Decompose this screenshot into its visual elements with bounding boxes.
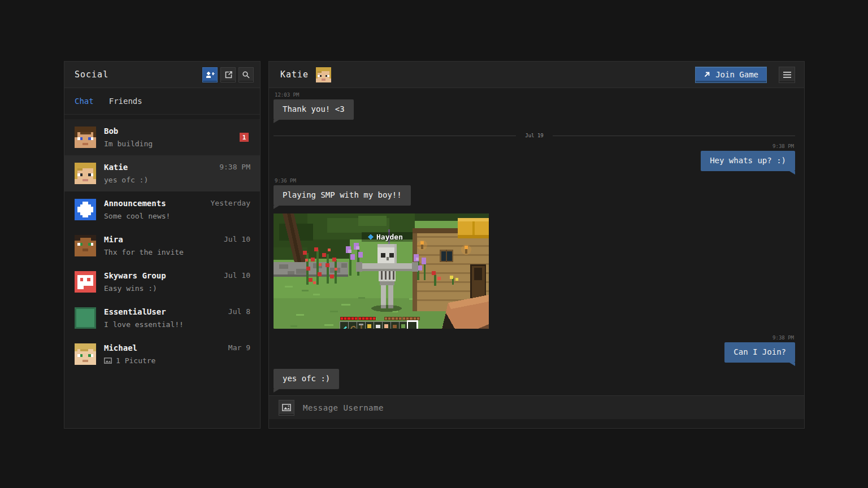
conversation-time: Jul 8 — [228, 307, 250, 316]
message-input[interactable] — [303, 403, 795, 412]
search-icon — [242, 71, 250, 79]
unread-badge: 1 — [240, 133, 249, 142]
conversation-time: Jul 10 — [224, 271, 250, 280]
create-group-icon — [224, 70, 233, 79]
date-divider-label: Jul 19 — [525, 133, 544, 138]
image-icon — [282, 404, 291, 411]
conversation-time: Jul 10 — [224, 235, 250, 243]
conversation-preview: Some cool news! — [104, 212, 251, 220]
conversation-time: 9:38 PM — [219, 163, 250, 171]
message-input-bar — [269, 395, 804, 419]
tab-chat[interactable]: Chat — [75, 97, 94, 106]
skywars-group-icon — [75, 271, 96, 293]
nametag-text: Hayden — [376, 233, 403, 241]
hotbar — [340, 321, 418, 329]
search-button[interactable] — [238, 67, 254, 82]
conversation-row-michael[interactable]: Michael 1 Picutre Mar 9 — [64, 336, 260, 372]
add-friend-icon — [205, 71, 215, 79]
conversation-preview: yes ofc :) — [104, 176, 251, 184]
avatar-michael — [75, 343, 96, 365]
join-game-arrow-icon — [704, 71, 710, 78]
message-timestamp: 9:38 PM — [772, 335, 794, 341]
hamburger-menu-icon — [783, 72, 791, 78]
chat-avatar-katie — [316, 67, 331, 82]
conversation-list[interactable]: Bob Im building 1 Katie yes ofc :) 9:38 … — [64, 115, 260, 428]
chat-title: Katie — [280, 69, 309, 80]
create-group-button[interactable] — [220, 67, 236, 82]
add-friend-button[interactable] — [202, 67, 218, 82]
message-bubble-sent: Hey whats up? :) — [701, 151, 795, 171]
chat-panel: Katie Join Game — [268, 61, 805, 429]
conversation-row-skywars-group[interactable]: Skywars Group Easy wins :) Jul 10 — [64, 264, 260, 300]
avatar-essentialuser — [75, 307, 96, 329]
minecraft-screenshot: Hayden — [274, 213, 489, 329]
social-panel: Social — [64, 61, 261, 429]
panel-title: Social — [75, 69, 199, 80]
chat-bottom-padding — [269, 419, 804, 428]
date-divider: Jul 19 — [274, 133, 795, 138]
conversation-time: Yesterday — [211, 199, 250, 207]
join-game-label: Join Game — [715, 70, 758, 79]
conversation-row-mira[interactable]: Mira Thx for the invite Jul 10 — [64, 228, 260, 264]
message-history[interactable]: 12:03 PM Thank you! <3 Jul 19 9:38 PM He… — [269, 88, 804, 395]
conversation-row-essentialuser[interactable]: EssentialUser I love essential!! Jul 8 — [64, 300, 260, 336]
message-bubble-received: yes ofc :) — [274, 369, 339, 389]
message-timestamp: 12:03 PM — [275, 92, 795, 98]
conversation-preview: I love essential!! — [104, 320, 251, 329]
conversation-row-katie[interactable]: Katie yes ofc :) 9:38 PM — [64, 155, 260, 191]
message-timestamp: 9:36 PM — [275, 178, 795, 184]
avatar-bob — [75, 127, 96, 148]
chat-header: Katie Join Game — [269, 62, 804, 88]
conversation-name: Bob — [104, 127, 251, 136]
conversation-row-bob[interactable]: Bob Im building 1 — [64, 119, 260, 155]
tab-friends[interactable]: Friends — [109, 97, 142, 106]
picture-icon — [104, 358, 112, 364]
conversation-preview: Easy wins :) — [104, 284, 251, 293]
conversation-row-announcements[interactable]: Announcements Some cool news! Yesterday — [64, 191, 260, 228]
message-bubble-received: Thank you! <3 — [274, 99, 354, 120]
message-bubble-sent: Can I Join? — [724, 342, 795, 363]
join-game-button[interactable]: Join Game — [695, 67, 767, 83]
conversation-preview: Thx for the invite — [104, 248, 251, 256]
conversation-preview: 1 Picutre — [116, 356, 155, 365]
attach-image-button[interactable] — [279, 400, 294, 416]
chat-options-button[interactable] — [779, 67, 795, 83]
avatar-katie — [75, 163, 96, 184]
image-attachment[interactable]: Hayden — [274, 213, 489, 329]
conversation-time: Mar 9 — [228, 343, 250, 352]
player-nametag: Hayden — [362, 232, 413, 242]
announcements-icon — [75, 199, 96, 220]
social-header: Social — [64, 62, 260, 88]
message-timestamp: 9:38 PM — [772, 143, 794, 149]
avatar-mira — [75, 235, 96, 256]
sidebar-tabs: Chat Friends — [64, 88, 260, 115]
conversation-preview: Im building — [104, 140, 251, 148]
desktop-background: { "colors": { "accent_blue": "#4a8ae8", … — [0, 0, 868, 488]
message-bubble-received: Playing SMP with my boy!! — [274, 185, 411, 206]
